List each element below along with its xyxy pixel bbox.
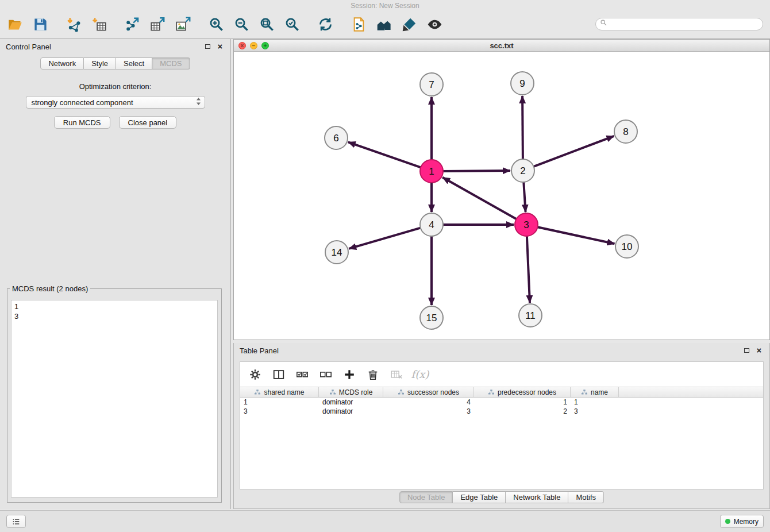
svg-text:10: 10 <box>622 241 633 252</box>
graph-node-6[interactable]: 6 <box>325 126 348 149</box>
delete-row-icon[interactable] <box>366 368 380 381</box>
search-input[interactable] <box>610 20 759 28</box>
graph-node-9[interactable]: 9 <box>511 72 534 95</box>
graph-node-1[interactable]: 1 <box>420 160 443 183</box>
svg-text:11: 11 <box>525 310 536 321</box>
column-header-mcds-role[interactable]: MCDS role <box>319 387 383 397</box>
optimization-select-value: strongly connected component <box>32 98 196 107</box>
mcds-result-list[interactable]: 13 <box>11 300 218 498</box>
import-table-icon[interactable] <box>91 16 107 32</box>
tab-edge-table[interactable]: Edge Table <box>453 491 506 503</box>
cell-name: 1 <box>571 398 619 407</box>
run-mcds-button[interactable]: Run MCDS <box>54 116 110 129</box>
graph-node-14[interactable]: 14 <box>325 241 348 264</box>
edge-1-2[interactable] <box>443 171 510 171</box>
column-header-shared-name[interactable]: shared name <box>240 387 319 397</box>
control-panel-header: Control Panel × <box>0 39 230 54</box>
table-row[interactable]: 3dominator323 <box>240 407 763 416</box>
tab-select[interactable]: Select <box>116 57 152 70</box>
zoom-in-icon[interactable] <box>208 16 224 32</box>
tab-style[interactable]: Style <box>84 57 116 70</box>
close-table-panel-icon[interactable]: × <box>754 346 764 355</box>
edge-3-1[interactable] <box>442 178 516 219</box>
edge-3-11[interactable] <box>527 236 530 303</box>
zoom-fit-icon[interactable] <box>259 16 275 32</box>
zoom-window-icon[interactable]: + <box>261 42 269 49</box>
graph-node-2[interactable]: 2 <box>511 159 534 182</box>
table-panel-header: Table Panel × <box>234 343 769 358</box>
node-table: f(x) shared nameMCDS rolesuccessor nodes… <box>240 361 764 489</box>
minimize-window-icon[interactable]: − <box>250 42 257 49</box>
float-table-panel-icon[interactable] <box>742 346 751 355</box>
save-session-icon[interactable] <box>32 16 48 32</box>
float-panel-icon[interactable] <box>203 42 212 51</box>
table-tabs: Node TableEdge TableNetwork TableMotifs <box>399 491 604 503</box>
svg-text:6: 6 <box>333 133 338 144</box>
edge-3-10[interactable] <box>538 227 615 244</box>
deselect-all-icon[interactable] <box>319 368 333 381</box>
graph-node-4[interactable]: 4 <box>420 213 443 236</box>
search-icon <box>600 19 608 29</box>
titlebar: Session: New Session <box>0 0 770 10</box>
network-canvas[interactable]: 7968124314101511 <box>234 52 769 340</box>
split-panel-icon[interactable] <box>272 368 286 381</box>
table-toolbar: f(x) <box>240 362 763 387</box>
select-all-icon[interactable] <box>295 368 309 381</box>
close-panel-button[interactable]: Close panel <box>119 116 177 129</box>
function-builder-icon: f(x) <box>413 368 427 381</box>
toolbar-search[interactable] <box>595 18 763 30</box>
column-header-name[interactable]: name <box>571 387 619 397</box>
graph-node-11[interactable]: 11 <box>519 304 542 327</box>
optimization-select[interactable]: strongly connected component <box>26 96 205 109</box>
graph-node-3[interactable]: 3 <box>515 213 538 236</box>
zoom-selected-icon[interactable] <box>284 16 300 32</box>
task-history-button[interactable] <box>6 515 26 528</box>
status-bar: Memory <box>0 510 770 532</box>
memory-button[interactable]: Memory <box>720 515 764 528</box>
network-file-icon[interactable] <box>351 16 367 32</box>
network-graph[interactable]: 7968124314101511 <box>234 52 769 340</box>
close-panel-icon[interactable]: × <box>215 42 225 51</box>
refresh-icon[interactable] <box>317 16 333 32</box>
edge-1-6[interactable] <box>348 142 421 167</box>
tab-network[interactable]: Network <box>40 57 84 70</box>
export-network-icon[interactable] <box>124 16 140 32</box>
table-panel: Table Panel × f(x) shared nameMCDS roles… <box>233 343 770 509</box>
eye-icon[interactable] <box>426 16 442 32</box>
edge-4-14[interactable] <box>349 228 421 249</box>
column-header-successor-nodes[interactable]: successor nodes <box>383 387 474 397</box>
cell-predecessor-nodes: 1 <box>474 398 571 407</box>
control-panel-tabs: NetworkStyleSelectMCDS <box>0 57 230 70</box>
close-window-icon[interactable]: × <box>238 42 246 49</box>
svg-text:3: 3 <box>523 219 529 230</box>
export-image-icon[interactable] <box>175 16 191 32</box>
edge-2-8[interactable] <box>534 136 614 167</box>
import-network-icon[interactable] <box>66 16 82 32</box>
app-window: Session: New Session Control Panel × Net… <box>0 0 770 532</box>
overview-icon[interactable] <box>376 16 392 32</box>
tab-node-table[interactable]: Node Table <box>399 491 453 503</box>
svg-text:1: 1 <box>429 166 434 177</box>
cell-mcds-role: dominator <box>319 407 383 416</box>
table-row[interactable]: 1dominator411 <box>240 398 763 407</box>
add-row-icon[interactable] <box>342 368 356 381</box>
graph-node-15[interactable]: 15 <box>420 306 443 329</box>
edge-2-3[interactable] <box>523 182 525 212</box>
column-header-predecessor-nodes[interactable]: predecessor nodes <box>474 387 571 397</box>
open-session-icon[interactable] <box>7 16 23 32</box>
graph-node-8[interactable]: 8 <box>614 120 637 143</box>
window-title: Session: New Session <box>351 2 419 10</box>
graph-node-10[interactable]: 10 <box>615 235 638 258</box>
annotation-icon[interactable] <box>401 16 417 32</box>
tab-motifs[interactable]: Motifs <box>568 491 604 503</box>
control-panel-title: Control Panel <box>6 43 199 51</box>
table-settings-icon[interactable] <box>248 368 262 381</box>
tab-network-table[interactable]: Network Table <box>506 491 568 503</box>
tab-mcds[interactable]: MCDS <box>152 57 190 70</box>
export-table-icon[interactable] <box>149 16 165 32</box>
edge-2-9[interactable] <box>522 96 523 159</box>
graph-node-7[interactable]: 7 <box>420 73 443 96</box>
zoom-out-icon[interactable] <box>233 16 249 32</box>
mcds-result-title: MCDS result (2 nodes) <box>10 284 90 293</box>
cell-predecessor-nodes: 2 <box>474 407 571 416</box>
